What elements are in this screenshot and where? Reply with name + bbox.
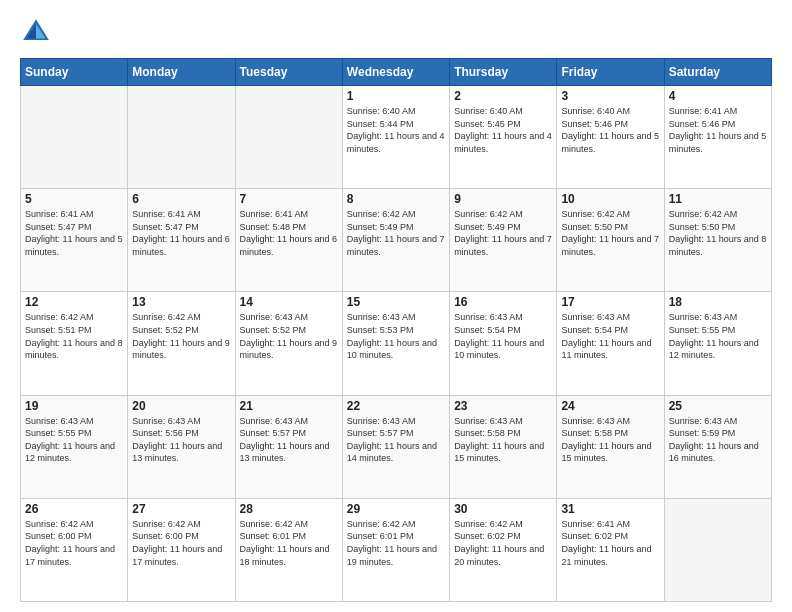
calendar-header-friday: Friday bbox=[557, 59, 664, 86]
calendar-cell bbox=[664, 498, 771, 601]
day-number: 7 bbox=[240, 192, 338, 206]
calendar-table: SundayMondayTuesdayWednesdayThursdayFrid… bbox=[20, 58, 772, 602]
calendar-cell: 17Sunrise: 6:43 AM Sunset: 5:54 PM Dayli… bbox=[557, 292, 664, 395]
calendar-cell: 20Sunrise: 6:43 AM Sunset: 5:56 PM Dayli… bbox=[128, 395, 235, 498]
calendar-cell: 6Sunrise: 6:41 AM Sunset: 5:47 PM Daylig… bbox=[128, 189, 235, 292]
day-info: Sunrise: 6:41 AM Sunset: 5:47 PM Dayligh… bbox=[25, 208, 123, 258]
day-info: Sunrise: 6:42 AM Sunset: 6:02 PM Dayligh… bbox=[454, 518, 552, 568]
calendar-cell: 13Sunrise: 6:42 AM Sunset: 5:52 PM Dayli… bbox=[128, 292, 235, 395]
calendar-cell bbox=[128, 86, 235, 189]
day-number: 8 bbox=[347, 192, 445, 206]
calendar-cell: 27Sunrise: 6:42 AM Sunset: 6:00 PM Dayli… bbox=[128, 498, 235, 601]
calendar-cell: 22Sunrise: 6:43 AM Sunset: 5:57 PM Dayli… bbox=[342, 395, 449, 498]
day-info: Sunrise: 6:41 AM Sunset: 5:48 PM Dayligh… bbox=[240, 208, 338, 258]
day-info: Sunrise: 6:40 AM Sunset: 5:44 PM Dayligh… bbox=[347, 105, 445, 155]
calendar-week-2: 5Sunrise: 6:41 AM Sunset: 5:47 PM Daylig… bbox=[21, 189, 772, 292]
day-number: 9 bbox=[454, 192, 552, 206]
day-number: 19 bbox=[25, 399, 123, 413]
day-number: 12 bbox=[25, 295, 123, 309]
calendar-cell: 7Sunrise: 6:41 AM Sunset: 5:48 PM Daylig… bbox=[235, 189, 342, 292]
day-number: 22 bbox=[347, 399, 445, 413]
day-number: 15 bbox=[347, 295, 445, 309]
day-number: 2 bbox=[454, 89, 552, 103]
calendar-header-thursday: Thursday bbox=[450, 59, 557, 86]
calendar-header-monday: Monday bbox=[128, 59, 235, 86]
calendar-header-tuesday: Tuesday bbox=[235, 59, 342, 86]
calendar-cell: 16Sunrise: 6:43 AM Sunset: 5:54 PM Dayli… bbox=[450, 292, 557, 395]
day-info: Sunrise: 6:42 AM Sunset: 6:00 PM Dayligh… bbox=[25, 518, 123, 568]
day-number: 16 bbox=[454, 295, 552, 309]
calendar-cell: 23Sunrise: 6:43 AM Sunset: 5:58 PM Dayli… bbox=[450, 395, 557, 498]
calendar-cell: 1Sunrise: 6:40 AM Sunset: 5:44 PM Daylig… bbox=[342, 86, 449, 189]
calendar-cell: 29Sunrise: 6:42 AM Sunset: 6:01 PM Dayli… bbox=[342, 498, 449, 601]
calendar-cell: 2Sunrise: 6:40 AM Sunset: 5:45 PM Daylig… bbox=[450, 86, 557, 189]
day-number: 29 bbox=[347, 502, 445, 516]
page: SundayMondayTuesdayWednesdayThursdayFrid… bbox=[0, 0, 792, 612]
calendar-week-4: 19Sunrise: 6:43 AM Sunset: 5:55 PM Dayli… bbox=[21, 395, 772, 498]
calendar-cell: 30Sunrise: 6:42 AM Sunset: 6:02 PM Dayli… bbox=[450, 498, 557, 601]
calendar-week-3: 12Sunrise: 6:42 AM Sunset: 5:51 PM Dayli… bbox=[21, 292, 772, 395]
calendar-cell: 25Sunrise: 6:43 AM Sunset: 5:59 PM Dayli… bbox=[664, 395, 771, 498]
day-number: 30 bbox=[454, 502, 552, 516]
logo bbox=[20, 16, 56, 48]
day-info: Sunrise: 6:41 AM Sunset: 5:46 PM Dayligh… bbox=[669, 105, 767, 155]
calendar-week-1: 1Sunrise: 6:40 AM Sunset: 5:44 PM Daylig… bbox=[21, 86, 772, 189]
calendar-cell: 12Sunrise: 6:42 AM Sunset: 5:51 PM Dayli… bbox=[21, 292, 128, 395]
calendar-cell: 15Sunrise: 6:43 AM Sunset: 5:53 PM Dayli… bbox=[342, 292, 449, 395]
header bbox=[20, 16, 772, 48]
calendar-cell: 26Sunrise: 6:42 AM Sunset: 6:00 PM Dayli… bbox=[21, 498, 128, 601]
calendar-cell: 10Sunrise: 6:42 AM Sunset: 5:50 PM Dayli… bbox=[557, 189, 664, 292]
day-info: Sunrise: 6:43 AM Sunset: 5:52 PM Dayligh… bbox=[240, 311, 338, 361]
day-info: Sunrise: 6:43 AM Sunset: 5:56 PM Dayligh… bbox=[132, 415, 230, 465]
day-number: 17 bbox=[561, 295, 659, 309]
day-number: 31 bbox=[561, 502, 659, 516]
calendar-cell: 19Sunrise: 6:43 AM Sunset: 5:55 PM Dayli… bbox=[21, 395, 128, 498]
svg-marker-1 bbox=[36, 24, 46, 38]
day-info: Sunrise: 6:43 AM Sunset: 5:58 PM Dayligh… bbox=[561, 415, 659, 465]
day-info: Sunrise: 6:42 AM Sunset: 5:49 PM Dayligh… bbox=[454, 208, 552, 258]
logo-icon bbox=[20, 16, 52, 48]
day-info: Sunrise: 6:41 AM Sunset: 6:02 PM Dayligh… bbox=[561, 518, 659, 568]
day-info: Sunrise: 6:43 AM Sunset: 5:59 PM Dayligh… bbox=[669, 415, 767, 465]
calendar-header-wednesday: Wednesday bbox=[342, 59, 449, 86]
day-number: 13 bbox=[132, 295, 230, 309]
day-info: Sunrise: 6:42 AM Sunset: 6:01 PM Dayligh… bbox=[347, 518, 445, 568]
calendar-cell: 24Sunrise: 6:43 AM Sunset: 5:58 PM Dayli… bbox=[557, 395, 664, 498]
day-info: Sunrise: 6:42 AM Sunset: 5:49 PM Dayligh… bbox=[347, 208, 445, 258]
calendar-cell: 5Sunrise: 6:41 AM Sunset: 5:47 PM Daylig… bbox=[21, 189, 128, 292]
day-number: 27 bbox=[132, 502, 230, 516]
day-info: Sunrise: 6:42 AM Sunset: 5:50 PM Dayligh… bbox=[561, 208, 659, 258]
day-number: 24 bbox=[561, 399, 659, 413]
day-info: Sunrise: 6:42 AM Sunset: 5:50 PM Dayligh… bbox=[669, 208, 767, 258]
day-number: 26 bbox=[25, 502, 123, 516]
day-info: Sunrise: 6:42 AM Sunset: 5:51 PM Dayligh… bbox=[25, 311, 123, 361]
day-info: Sunrise: 6:43 AM Sunset: 5:57 PM Dayligh… bbox=[240, 415, 338, 465]
day-number: 10 bbox=[561, 192, 659, 206]
day-info: Sunrise: 6:42 AM Sunset: 6:00 PM Dayligh… bbox=[132, 518, 230, 568]
calendar-cell: 31Sunrise: 6:41 AM Sunset: 6:02 PM Dayli… bbox=[557, 498, 664, 601]
day-number: 5 bbox=[25, 192, 123, 206]
day-number: 20 bbox=[132, 399, 230, 413]
calendar-cell: 4Sunrise: 6:41 AM Sunset: 5:46 PM Daylig… bbox=[664, 86, 771, 189]
day-info: Sunrise: 6:41 AM Sunset: 5:47 PM Dayligh… bbox=[132, 208, 230, 258]
day-number: 25 bbox=[669, 399, 767, 413]
day-info: Sunrise: 6:43 AM Sunset: 5:54 PM Dayligh… bbox=[561, 311, 659, 361]
day-info: Sunrise: 6:42 AM Sunset: 6:01 PM Dayligh… bbox=[240, 518, 338, 568]
calendar-cell: 21Sunrise: 6:43 AM Sunset: 5:57 PM Dayli… bbox=[235, 395, 342, 498]
calendar-cell: 3Sunrise: 6:40 AM Sunset: 5:46 PM Daylig… bbox=[557, 86, 664, 189]
day-info: Sunrise: 6:40 AM Sunset: 5:45 PM Dayligh… bbox=[454, 105, 552, 155]
calendar-header-row: SundayMondayTuesdayWednesdayThursdayFrid… bbox=[21, 59, 772, 86]
day-number: 21 bbox=[240, 399, 338, 413]
calendar-cell bbox=[21, 86, 128, 189]
day-number: 23 bbox=[454, 399, 552, 413]
day-info: Sunrise: 6:43 AM Sunset: 5:55 PM Dayligh… bbox=[669, 311, 767, 361]
day-info: Sunrise: 6:43 AM Sunset: 5:54 PM Dayligh… bbox=[454, 311, 552, 361]
day-number: 28 bbox=[240, 502, 338, 516]
calendar-cell: 9Sunrise: 6:42 AM Sunset: 5:49 PM Daylig… bbox=[450, 189, 557, 292]
day-number: 18 bbox=[669, 295, 767, 309]
day-info: Sunrise: 6:40 AM Sunset: 5:46 PM Dayligh… bbox=[561, 105, 659, 155]
calendar-cell: 14Sunrise: 6:43 AM Sunset: 5:52 PM Dayli… bbox=[235, 292, 342, 395]
calendar-header-sunday: Sunday bbox=[21, 59, 128, 86]
day-number: 6 bbox=[132, 192, 230, 206]
calendar-cell: 11Sunrise: 6:42 AM Sunset: 5:50 PM Dayli… bbox=[664, 189, 771, 292]
